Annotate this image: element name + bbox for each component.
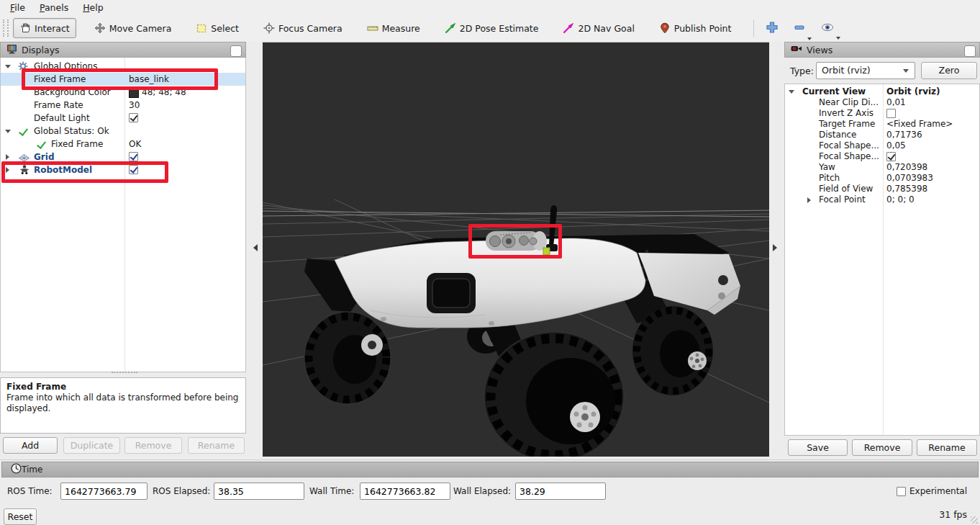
menu-file[interactable]: File bbox=[3, 1, 32, 14]
remove-display-button[interactable]: Remove bbox=[124, 437, 182, 454]
tree-row-robotmodel[interactable]: RobotModel bbox=[1, 163, 245, 176]
focal-shape-checkbox[interactable] bbox=[886, 152, 896, 161]
dropdown-arrow-icon bbox=[807, 37, 812, 40]
tool-label: Select bbox=[211, 23, 239, 34]
remove-view-button[interactable]: Remove bbox=[852, 439, 912, 456]
wall-elapsed-input[interactable] bbox=[515, 483, 606, 500]
robotmodel-checkbox[interactable] bbox=[129, 165, 138, 174]
collapse-icon[interactable] bbox=[5, 130, 11, 133]
save-view-button[interactable]: Save bbox=[788, 439, 848, 456]
tree-row-target-frame[interactable]: Target Frame <Fixed Frame> bbox=[785, 119, 979, 130]
row-value[interactable]: 0,71736 bbox=[886, 130, 922, 140]
expand-icon[interactable] bbox=[6, 167, 9, 173]
tree-row-global-options[interactable]: Global Options bbox=[1, 60, 245, 73]
zero-button[interactable]: Zero bbox=[921, 62, 977, 79]
row-label: Invert Z Axis bbox=[819, 108, 874, 119]
move-icon bbox=[94, 22, 106, 34]
grid-checkbox[interactable] bbox=[129, 152, 138, 161]
row-value[interactable]: 0,785398 bbox=[886, 184, 927, 194]
view-type-dropdown[interactable]: Orbit (rviz) bbox=[816, 62, 915, 79]
focus-camera-tool-button[interactable]: Focus Camera bbox=[257, 18, 349, 38]
displays-icon bbox=[6, 44, 17, 56]
tree-row-fixed-frame-status[interactable]: Fixed Frame OK bbox=[1, 138, 245, 151]
right-splitter[interactable] bbox=[769, 42, 784, 459]
wall-time-input[interactable] bbox=[360, 483, 450, 500]
tree-row-default-light[interactable]: Default Light bbox=[1, 112, 245, 125]
default-light-checkbox[interactable] bbox=[129, 113, 138, 122]
frame-rate-value[interactable]: 30 bbox=[129, 99, 140, 112]
status-ok-icon bbox=[37, 139, 46, 149]
reset-button[interactable]: Reset bbox=[4, 508, 37, 525]
tree-row-current-view[interactable]: Current View Orbit (rviz) bbox=[785, 86, 979, 97]
fixed-frame-value[interactable]: base_link bbox=[129, 73, 169, 86]
tree-row-field-of-view[interactable]: Field of View 0,785398 bbox=[785, 184, 979, 194]
ros-time-input[interactable] bbox=[60, 483, 148, 500]
row-value[interactable]: 0,01 bbox=[886, 97, 906, 108]
color-swatch[interactable] bbox=[129, 88, 139, 98]
menu-panels[interactable]: Panels bbox=[32, 1, 76, 14]
robot-icon bbox=[19, 164, 30, 179]
tree-row-background-color[interactable]: Background Color 48; 48; 48 bbox=[1, 86, 245, 99]
tree-row-near-clip[interactable]: Near Clip Di... 0,01 bbox=[785, 97, 979, 108]
plus-icon bbox=[766, 26, 779, 36]
ros-elapsed-input[interactable] bbox=[214, 483, 304, 500]
duplicate-display-button[interactable]: Duplicate bbox=[63, 437, 120, 454]
tree-row-focal-shape-fixed[interactable]: Focal Shape... bbox=[785, 151, 979, 162]
row-value[interactable]: 0,05 bbox=[886, 140, 906, 151]
3d-viewport[interactable] bbox=[263, 42, 769, 457]
invert-z-checkbox[interactable] bbox=[886, 109, 896, 118]
collapse-icon[interactable] bbox=[5, 65, 11, 68]
collapse-left-arrow-icon[interactable] bbox=[253, 244, 258, 251]
visibility-tool-button[interactable] bbox=[816, 19, 839, 38]
ros-elapsed-label: ROS Elapsed: bbox=[153, 483, 210, 500]
displays-panel-titlebar[interactable]: Displays bbox=[0, 42, 246, 58]
select-tool-button[interactable]: Select bbox=[189, 18, 245, 38]
tree-row-fixed-frame[interactable]: Fixed Frame base_link bbox=[1, 73, 245, 86]
nav-goal-tool-button[interactable]: 2D Nav Goal bbox=[556, 18, 640, 38]
collapse-icon[interactable] bbox=[789, 90, 794, 94]
tree-row-distance[interactable]: Distance 0,71736 bbox=[785, 130, 979, 140]
panel-float-button[interactable] bbox=[230, 45, 242, 57]
row-value[interactable]: 0,0703983 bbox=[886, 173, 933, 184]
expand-icon[interactable] bbox=[6, 154, 9, 160]
tree-row-focal-shape-size[interactable]: Focal Shape... 0,05 bbox=[785, 140, 979, 151]
rename-view-button[interactable]: Rename bbox=[917, 439, 977, 456]
publish-point-tool-button[interactable]: Publish Point bbox=[653, 18, 738, 38]
toolbar-drag-handle[interactable] bbox=[3, 19, 9, 37]
tool-label: Interact bbox=[35, 23, 70, 34]
experimental-checkbox[interactable] bbox=[897, 487, 906, 496]
panel-float-button[interactable] bbox=[964, 45, 976, 57]
menu-help[interactable]: Help bbox=[76, 1, 111, 14]
expand-icon[interactable] bbox=[807, 197, 811, 203]
rviz-window: File Panels Help Interact Move Camera Se… bbox=[0, 0, 980, 525]
type-label: Type: bbox=[790, 66, 814, 76]
tree-row-invert-z[interactable]: Invert Z Axis bbox=[785, 108, 979, 119]
row-label: Grid bbox=[34, 151, 54, 163]
row-value[interactable]: <Fixed Frame> bbox=[886, 119, 953, 130]
left-splitter[interactable] bbox=[246, 42, 263, 459]
move-camera-tool-button[interactable]: Move Camera bbox=[88, 18, 178, 38]
tree-row-frame-rate[interactable]: Frame Rate 30 bbox=[1, 99, 245, 112]
collapse-right-arrow-icon[interactable] bbox=[773, 244, 777, 251]
tree-row-pitch[interactable]: Pitch 0,0703983 bbox=[785, 173, 979, 184]
pose-estimate-tool-button[interactable]: 2D Pose Estimate bbox=[438, 18, 545, 38]
tree-row-global-status[interactable]: Global Status: Ok bbox=[1, 125, 245, 138]
remove-tool-button[interactable] bbox=[789, 18, 810, 39]
time-panel-titlebar[interactable]: Time bbox=[1, 462, 979, 477]
window-resize-grip[interactable] bbox=[971, 516, 978, 524]
help-body: Frame into which all data is transformed… bbox=[6, 392, 240, 414]
panel-splitter-handle[interactable] bbox=[112, 372, 137, 376]
interact-tool-button[interactable]: Interact bbox=[13, 18, 76, 38]
tree-row-focal-point[interactable]: Focal Point 0; 0; 0 bbox=[785, 194, 979, 205]
add-tool-button[interactable] bbox=[761, 18, 783, 39]
rename-display-button[interactable]: Rename bbox=[188, 437, 245, 454]
tree-row-grid[interactable]: Grid bbox=[1, 151, 245, 163]
tree-row-yaw[interactable]: Yaw 0,720398 bbox=[785, 162, 979, 173]
add-display-button[interactable]: Add bbox=[3, 437, 58, 454]
background-color-value[interactable]: 48; 48; 48 bbox=[142, 86, 186, 99]
displays-panel: Displays Global Options Fixed Frame base… bbox=[0, 42, 246, 459]
row-value[interactable]: 0; 0; 0 bbox=[886, 194, 915, 205]
row-value[interactable]: 0,720398 bbox=[886, 162, 927, 173]
measure-tool-button[interactable]: Measure bbox=[360, 18, 427, 38]
views-panel-titlebar[interactable]: Views bbox=[784, 42, 980, 58]
